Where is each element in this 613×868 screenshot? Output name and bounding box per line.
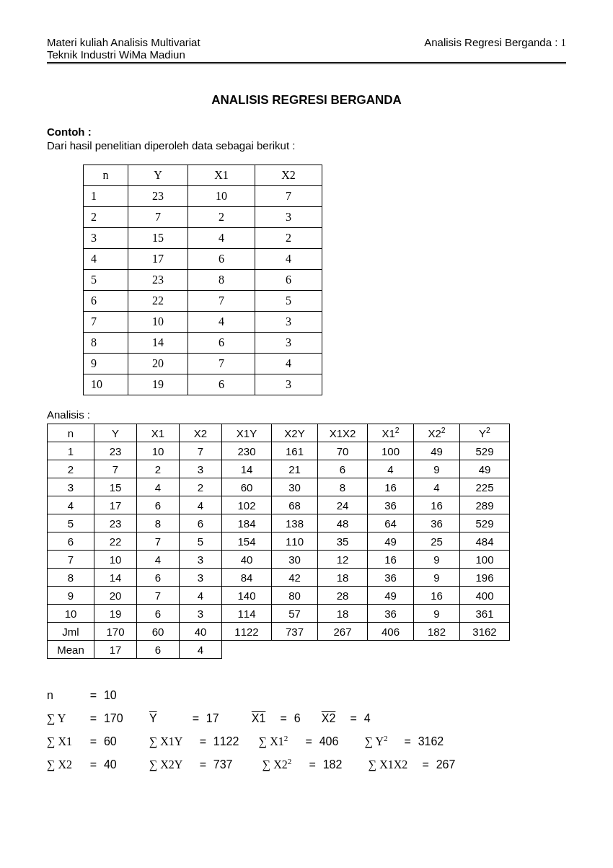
table-cell: 18 [318,605,368,623]
col-x2sq: X22 [414,424,460,442]
table-row: 4176410268243616289 [48,496,510,514]
table-row: 81463844218369196 [48,569,510,587]
sum-x2sq-value: 182 [323,753,356,776]
table-cell: 406 [368,623,414,641]
n-label: n [47,684,83,707]
table-cell: 5 [180,532,222,551]
col-y: Y [94,424,137,442]
x1bar-label: X1 [252,707,273,730]
page-title: ANALISIS REGRESI BERGANDA [47,93,566,108]
sum-x1y-value: 1122 [213,730,246,753]
table-cell: 6 [137,496,180,514]
table-cell: 4 [180,641,222,659]
page-header: Materi kuliah Analisis Multivariat Tekni… [47,36,566,64]
sum-x2-value: 40 [104,753,136,776]
summary-row-means: ∑ Y = 170 Y = 17 X1 = 6 X2 = 4 [47,707,566,730]
table-cell: 3 [255,312,322,333]
col-x1: X1 [188,165,255,186]
table-cell: 23 [128,186,188,207]
table-cell: 10 [188,186,255,207]
equals-sign: = [86,684,100,707]
table-cell: 8 [137,514,180,532]
table-cell: 10 [84,374,128,395]
table-cell: 6 [180,514,222,532]
table-cell: 7 [188,291,255,312]
table-cell: 3 [48,478,94,496]
table-cell: 68 [272,496,318,514]
table-cell: 5 [255,291,322,312]
table-cell: 7 [255,186,322,207]
table-row: 52386 [84,270,322,291]
table-cell: 361 [460,605,510,623]
table-cell: 3 [180,551,222,569]
table-cell: 70 [318,442,368,460]
table-row: 2723142164949 [48,460,510,478]
table-cell: 1 [84,186,128,207]
table-row: 81463 [84,333,322,354]
table-cell: 9 [414,551,460,569]
col-x2: X2 [180,424,222,442]
table-cell: 161 [272,442,318,460]
table-cell: 49 [368,587,414,605]
table-cell: 3 [180,460,222,478]
table-cell: 10 [137,442,180,460]
sum-x1x2-label: ∑ X1X2 [369,753,415,776]
sum-ysq-label: ∑ Y2 [365,730,397,753]
col-x1y: X1Y [222,424,272,442]
table-cell: 23 [94,442,137,460]
data-table: n Y X1 X2 123107272331542417645238662275… [83,165,322,395]
table-row: 1231072301617010049529 [48,442,510,460]
table-cell: 8 [48,569,94,587]
table-cell: 3 [84,228,128,249]
table-row: 62275154110354925484 [48,532,510,551]
table-cell: 4 [414,478,460,496]
table-row: 9207414080284916400 [48,587,510,605]
table-cell: 1122 [222,623,272,641]
table-cell: 16 [414,587,460,605]
table-cell: 9 [48,587,94,605]
table-row: 52386184138486436529 [48,514,510,532]
summary-row-x1: ∑ X1 = 60 ∑ X1Y = 1122 ∑ X12 = 406 ∑ Y2 … [47,730,566,753]
table-cell: 138 [272,514,318,532]
table-cell: 4 [368,460,414,478]
sum-x1-label: ∑ X1 [47,730,83,753]
n-value: 10 [104,684,136,707]
table-cell: 184 [222,514,272,532]
table-cell: 14 [128,333,188,354]
table-cell: 6 [137,605,180,623]
equals-sign: = [195,753,210,776]
table-cell: 80 [272,587,318,605]
table-cell: 7 [180,442,222,460]
table-cell: 6 [318,460,368,478]
col-y: Y [128,165,188,186]
table-cell: 196 [460,569,510,587]
equals-sign: = [86,753,100,776]
summary-row-x2: ∑ X2 = 40 ∑ X2Y = 737 ∑ X22 = 182 ∑ X1X2… [47,753,566,776]
table-cell: 2 [84,207,128,228]
table-cell: 4 [188,312,255,333]
table-cell: 7 [128,207,188,228]
table-cell: 7 [137,587,180,605]
table-cell: 10 [48,605,94,623]
table-cell: 14 [222,460,272,478]
table-cell: 6 [137,641,180,659]
table-cell: 1 [48,442,94,460]
table-cell: 3162 [460,623,510,641]
table-cell: 8 [318,478,368,496]
table-row: 3154260308164225 [48,478,510,496]
example-description: Dari hasil penelitian diperoleh data seb… [47,139,566,152]
equals-sign: = [86,707,100,730]
table-row: 1019631145718369361 [48,605,510,623]
table-cell: 20 [94,587,137,605]
table-cell: 49 [368,532,414,551]
col-x2y: X2Y [272,424,318,442]
equals-sign: = [346,707,361,730]
table-cell: 30 [272,551,318,569]
table-cell: 10 [128,312,188,333]
header-department: Teknik Industri WiMa Madiun [47,48,200,61]
sum-y-value: 170 [104,707,136,730]
example-label: Contoh : [47,126,566,138]
table-cell: 16 [368,478,414,496]
table-row: 123107 [84,186,322,207]
equals-sign: = [301,730,316,753]
